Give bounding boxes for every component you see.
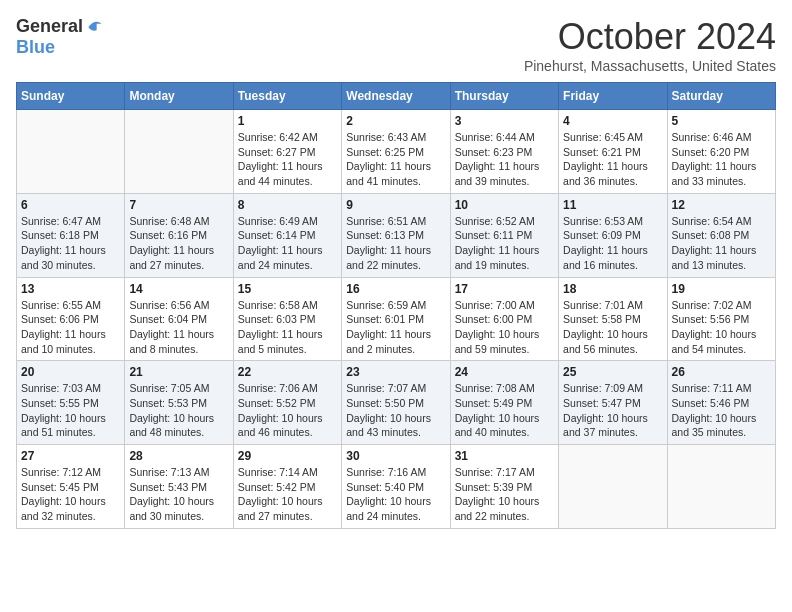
day-info: Sunrise: 6:51 AM Sunset: 6:13 PM Dayligh… — [346, 214, 445, 273]
table-row: 28Sunrise: 7:13 AM Sunset: 5:43 PM Dayli… — [125, 445, 233, 529]
table-row: 22Sunrise: 7:06 AM Sunset: 5:52 PM Dayli… — [233, 361, 341, 445]
table-row: 18Sunrise: 7:01 AM Sunset: 5:58 PM Dayli… — [559, 277, 667, 361]
day-number: 28 — [129, 449, 228, 463]
logo: General Blue — [16, 16, 105, 58]
day-info: Sunrise: 6:49 AM Sunset: 6:14 PM Dayligh… — [238, 214, 337, 273]
day-number: 7 — [129, 198, 228, 212]
table-row — [559, 445, 667, 529]
calendar-header-row: Sunday Monday Tuesday Wednesday Thursday… — [17, 83, 776, 110]
day-info: Sunrise: 6:47 AM Sunset: 6:18 PM Dayligh… — [21, 214, 120, 273]
table-row — [667, 445, 775, 529]
header-saturday: Saturday — [667, 83, 775, 110]
day-info: Sunrise: 6:44 AM Sunset: 6:23 PM Dayligh… — [455, 130, 554, 189]
day-info: Sunrise: 7:05 AM Sunset: 5:53 PM Dayligh… — [129, 381, 228, 440]
day-number: 9 — [346, 198, 445, 212]
calendar-week-row: 20Sunrise: 7:03 AM Sunset: 5:55 PM Dayli… — [17, 361, 776, 445]
table-row: 9Sunrise: 6:51 AM Sunset: 6:13 PM Daylig… — [342, 193, 450, 277]
day-number: 3 — [455, 114, 554, 128]
day-info: Sunrise: 6:42 AM Sunset: 6:27 PM Dayligh… — [238, 130, 337, 189]
day-info: Sunrise: 6:46 AM Sunset: 6:20 PM Dayligh… — [672, 130, 771, 189]
day-number: 1 — [238, 114, 337, 128]
header-friday: Friday — [559, 83, 667, 110]
day-info: Sunrise: 6:54 AM Sunset: 6:08 PM Dayligh… — [672, 214, 771, 273]
table-row: 10Sunrise: 6:52 AM Sunset: 6:11 PM Dayli… — [450, 193, 558, 277]
day-info: Sunrise: 7:00 AM Sunset: 6:00 PM Dayligh… — [455, 298, 554, 357]
table-row: 4Sunrise: 6:45 AM Sunset: 6:21 PM Daylig… — [559, 110, 667, 194]
day-number: 2 — [346, 114, 445, 128]
day-number: 25 — [563, 365, 662, 379]
day-info: Sunrise: 7:16 AM Sunset: 5:40 PM Dayligh… — [346, 465, 445, 524]
day-info: Sunrise: 7:01 AM Sunset: 5:58 PM Dayligh… — [563, 298, 662, 357]
day-info: Sunrise: 7:13 AM Sunset: 5:43 PM Dayligh… — [129, 465, 228, 524]
table-row: 12Sunrise: 6:54 AM Sunset: 6:08 PM Dayli… — [667, 193, 775, 277]
day-info: Sunrise: 6:55 AM Sunset: 6:06 PM Dayligh… — [21, 298, 120, 357]
day-info: Sunrise: 6:59 AM Sunset: 6:01 PM Dayligh… — [346, 298, 445, 357]
logo-general: General — [16, 16, 83, 37]
day-info: Sunrise: 7:11 AM Sunset: 5:46 PM Dayligh… — [672, 381, 771, 440]
header-tuesday: Tuesday — [233, 83, 341, 110]
day-info: Sunrise: 7:02 AM Sunset: 5:56 PM Dayligh… — [672, 298, 771, 357]
header-wednesday: Wednesday — [342, 83, 450, 110]
table-row: 25Sunrise: 7:09 AM Sunset: 5:47 PM Dayli… — [559, 361, 667, 445]
day-info: Sunrise: 6:53 AM Sunset: 6:09 PM Dayligh… — [563, 214, 662, 273]
day-info: Sunrise: 6:52 AM Sunset: 6:11 PM Dayligh… — [455, 214, 554, 273]
month-title: October 2024 — [524, 16, 776, 58]
day-number: 18 — [563, 282, 662, 296]
day-number: 19 — [672, 282, 771, 296]
logo-icon — [85, 17, 105, 37]
table-row: 11Sunrise: 6:53 AM Sunset: 6:09 PM Dayli… — [559, 193, 667, 277]
day-info: Sunrise: 6:48 AM Sunset: 6:16 PM Dayligh… — [129, 214, 228, 273]
table-row: 26Sunrise: 7:11 AM Sunset: 5:46 PM Dayli… — [667, 361, 775, 445]
day-number: 12 — [672, 198, 771, 212]
day-number: 16 — [346, 282, 445, 296]
calendar-week-row: 13Sunrise: 6:55 AM Sunset: 6:06 PM Dayli… — [17, 277, 776, 361]
day-number: 30 — [346, 449, 445, 463]
day-info: Sunrise: 7:09 AM Sunset: 5:47 PM Dayligh… — [563, 381, 662, 440]
table-row: 23Sunrise: 7:07 AM Sunset: 5:50 PM Dayli… — [342, 361, 450, 445]
day-info: Sunrise: 7:17 AM Sunset: 5:39 PM Dayligh… — [455, 465, 554, 524]
table-row: 31Sunrise: 7:17 AM Sunset: 5:39 PM Dayli… — [450, 445, 558, 529]
day-info: Sunrise: 6:45 AM Sunset: 6:21 PM Dayligh… — [563, 130, 662, 189]
day-info: Sunrise: 7:08 AM Sunset: 5:49 PM Dayligh… — [455, 381, 554, 440]
table-row: 14Sunrise: 6:56 AM Sunset: 6:04 PM Dayli… — [125, 277, 233, 361]
table-row: 2Sunrise: 6:43 AM Sunset: 6:25 PM Daylig… — [342, 110, 450, 194]
table-row: 6Sunrise: 6:47 AM Sunset: 6:18 PM Daylig… — [17, 193, 125, 277]
table-row: 17Sunrise: 7:00 AM Sunset: 6:00 PM Dayli… — [450, 277, 558, 361]
day-number: 10 — [455, 198, 554, 212]
page-header: General Blue October 2024 Pinehurst, Mas… — [16, 16, 776, 74]
day-info: Sunrise: 7:03 AM Sunset: 5:55 PM Dayligh… — [21, 381, 120, 440]
day-number: 5 — [672, 114, 771, 128]
title-section: October 2024 Pinehurst, Massachusetts, U… — [524, 16, 776, 74]
day-info: Sunrise: 7:14 AM Sunset: 5:42 PM Dayligh… — [238, 465, 337, 524]
day-number: 15 — [238, 282, 337, 296]
table-row — [125, 110, 233, 194]
calendar-week-row: 27Sunrise: 7:12 AM Sunset: 5:45 PM Dayli… — [17, 445, 776, 529]
table-row: 19Sunrise: 7:02 AM Sunset: 5:56 PM Dayli… — [667, 277, 775, 361]
header-sunday: Sunday — [17, 83, 125, 110]
table-row: 13Sunrise: 6:55 AM Sunset: 6:06 PM Dayli… — [17, 277, 125, 361]
day-number: 24 — [455, 365, 554, 379]
day-number: 26 — [672, 365, 771, 379]
day-number: 17 — [455, 282, 554, 296]
day-number: 31 — [455, 449, 554, 463]
day-info: Sunrise: 6:43 AM Sunset: 6:25 PM Dayligh… — [346, 130, 445, 189]
day-number: 11 — [563, 198, 662, 212]
calendar-week-row: 6Sunrise: 6:47 AM Sunset: 6:18 PM Daylig… — [17, 193, 776, 277]
calendar-table: Sunday Monday Tuesday Wednesday Thursday… — [16, 82, 776, 529]
day-number: 6 — [21, 198, 120, 212]
day-info: Sunrise: 6:58 AM Sunset: 6:03 PM Dayligh… — [238, 298, 337, 357]
header-monday: Monday — [125, 83, 233, 110]
table-row: 21Sunrise: 7:05 AM Sunset: 5:53 PM Dayli… — [125, 361, 233, 445]
day-number: 20 — [21, 365, 120, 379]
table-row: 29Sunrise: 7:14 AM Sunset: 5:42 PM Dayli… — [233, 445, 341, 529]
day-number: 22 — [238, 365, 337, 379]
table-row: 24Sunrise: 7:08 AM Sunset: 5:49 PM Dayli… — [450, 361, 558, 445]
day-number: 13 — [21, 282, 120, 296]
logo-blue: Blue — [16, 37, 55, 58]
day-number: 27 — [21, 449, 120, 463]
location-subtitle: Pinehurst, Massachusetts, United States — [524, 58, 776, 74]
day-info: Sunrise: 6:56 AM Sunset: 6:04 PM Dayligh… — [129, 298, 228, 357]
day-number: 21 — [129, 365, 228, 379]
day-number: 29 — [238, 449, 337, 463]
calendar-week-row: 1Sunrise: 6:42 AM Sunset: 6:27 PM Daylig… — [17, 110, 776, 194]
